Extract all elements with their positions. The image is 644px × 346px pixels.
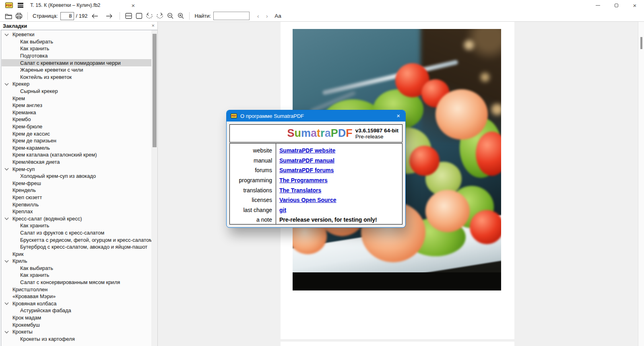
bookmark-item[interactable]: Салат из фруктов с кресс-салатом <box>2 229 151 237</box>
bookmark-item[interactable]: Салат с консервированным мясом криля <box>2 279 151 286</box>
find-next-icon[interactable]: › <box>262 12 271 19</box>
bookmark-item[interactable]: Крекер <box>2 80 151 88</box>
about-link[interactable]: Various Open Source <box>279 197 336 203</box>
bookmark-item[interactable]: Крокеты из картофеля <box>2 336 151 343</box>
bookmark-item[interactable]: Подготовка <box>2 52 151 60</box>
photo-blob <box>436 89 488 140</box>
previous-page-button[interactable] <box>89 11 100 21</box>
bookmark-item[interactable]: «Кровавая Мэри» <box>2 293 151 300</box>
dialog-close-icon[interactable]: × <box>396 112 400 119</box>
bookmark-item[interactable]: Креплах <box>2 208 151 215</box>
bookmark-item[interactable]: Как хранить <box>2 272 151 279</box>
bookmark-item[interactable]: Как выбирать <box>2 265 151 272</box>
bookmark-item[interactable]: Крем каталана (каталонский крем) <box>2 151 151 159</box>
about-link[interactable]: SumatraPDF website <box>279 147 335 154</box>
zoom-in-button[interactable] <box>175 11 186 21</box>
bookmark-item[interactable]: Бутерброд с кресс-салатом, авокадо и яйц… <box>2 243 151 251</box>
bookmark-item[interactable]: Креп сюзетт <box>2 194 151 201</box>
about-link[interactable]: The Translators <box>279 187 321 194</box>
zoom-out-button[interactable] <box>165 11 175 21</box>
open-file-button[interactable] <box>3 11 14 21</box>
chevron-down-icon[interactable] <box>5 329 9 333</box>
bookmark-item[interactable]: Крок мадам <box>2 314 151 321</box>
close-button[interactable]: × <box>625 0 644 10</box>
about-link[interactable]: SumatraPDF forums <box>279 167 334 173</box>
logo-letter: D <box>338 127 346 139</box>
bookmark-item[interactable]: Крем де кассис <box>2 130 151 137</box>
bookmark-item[interactable]: Как хранить <box>2 222 151 229</box>
bookmark-item[interactable]: Астурийская фабада <box>2 307 151 314</box>
rotate-right-button[interactable] <box>155 11 165 21</box>
bookmark-label: Креветки <box>12 31 35 37</box>
bookmark-item[interactable]: Крем-брюле <box>2 123 151 130</box>
version-block: v3.6.15987 64-bit Pre-release <box>355 128 398 140</box>
next-page-top-edge <box>281 342 514 346</box>
titlebar: PDF Т. 15. К (Креветки – Кулич).fb2 × × <box>0 0 644 10</box>
fit-page-icon <box>135 12 143 19</box>
bookmark-item[interactable]: Крокеты <box>2 328 151 336</box>
bookmark-item[interactable]: Крембо <box>2 116 151 123</box>
bookmark-label: Астурийская фабада <box>20 307 71 313</box>
bookmark-item[interactable]: Крик <box>2 250 151 257</box>
bookmark-item[interactable]: Крем англез <box>2 102 151 109</box>
bookmark-item[interactable]: Жареные креветки с чили <box>2 66 151 74</box>
bookmark-item[interactable]: Крем-фреш <box>2 179 151 187</box>
match-case-toggle[interactable]: Aa <box>275 13 281 19</box>
about-link[interactable]: git <box>279 207 286 213</box>
chevron-down-icon[interactable] <box>5 301 9 305</box>
sidebar-scrollbar-thumb[interactable] <box>153 34 157 147</box>
restore-button[interactable] <box>607 0 625 10</box>
chevron-down-icon[interactable] <box>5 216 9 220</box>
about-link[interactable]: SumatraPDF manual <box>279 157 334 164</box>
find-previous-icon[interactable]: ‹ <box>254 12 262 19</box>
single-page-view-button[interactable] <box>134 11 144 21</box>
bookmark-item[interactable]: Крем-суп <box>2 165 151 173</box>
tab-close-icon[interactable]: × <box>130 2 137 9</box>
bookmark-label: Крокеты из картофеля <box>20 336 75 342</box>
toolbar-separator <box>189 12 190 20</box>
toolbar-separator <box>27 12 28 20</box>
about-link[interactable]: The Programmers <box>279 177 328 183</box>
chevron-down-icon[interactable] <box>5 167 9 171</box>
bookmark-item[interactable]: Крем де паризьен <box>2 137 151 144</box>
sidebar-close-icon[interactable]: × <box>151 23 155 29</box>
bookmark-item[interactable]: Холодный крем-суп из авокадо <box>2 173 151 180</box>
about-row-label: programming <box>239 177 272 183</box>
page-number-input[interactable] <box>60 12 74 20</box>
dialog-titlebar[interactable]: PDF О программе SumatraPDF × <box>227 110 405 122</box>
bookmark-item[interactable]: Кристштоллен <box>2 286 151 293</box>
bookmark-item[interactable]: Кресс-салат (водяной кресс) <box>2 215 151 222</box>
bookmark-item[interactable]: Крепвилль <box>2 201 151 208</box>
logo-box: SumatraPDF v3.6.15987 64-bit Pre-release <box>229 124 402 142</box>
print-button[interactable] <box>14 11 24 21</box>
bookmark-label: Креп сюзетт <box>12 194 42 200</box>
continuous-view-button[interactable] <box>123 11 134 21</box>
bookmark-item[interactable]: Как выбирать <box>2 38 151 45</box>
bookmark-item[interactable]: Кремлёвская диета <box>2 159 151 166</box>
bookmark-item[interactable]: Сырный крекер <box>2 88 151 95</box>
chevron-down-icon[interactable] <box>5 82 9 86</box>
bookmark-item[interactable]: Креветки <box>2 31 151 38</box>
bookmark-item[interactable]: Кровяная колбаса <box>2 300 151 307</box>
bookmark-item[interactable]: Криль <box>2 257 151 265</box>
main-scrollbar[interactable] <box>638 22 644 346</box>
rotate-left-button[interactable] <box>144 11 155 21</box>
bookmark-item[interactable]: Креманка <box>2 109 151 116</box>
bookmark-item[interactable]: Брускетта с редисом, фетой, огурцом и кр… <box>2 236 151 243</box>
bookmark-item[interactable]: Салат с креветками и помидорами черри <box>2 59 151 66</box>
chevron-down-icon[interactable] <box>5 258 9 262</box>
sidebar-scrollbar[interactable] <box>151 30 157 346</box>
document-tab[interactable]: Т. 15. К (Креветки – Кулич).fb2 <box>30 2 100 8</box>
bookmark-item[interactable]: Коктейль из креветок <box>2 74 151 81</box>
menu-hamburger-icon[interactable] <box>18 3 23 8</box>
minimize-button[interactable] <box>588 0 607 10</box>
bookmark-item[interactable]: Крендель <box>2 187 151 194</box>
chevron-down-icon[interactable] <box>5 32 9 36</box>
next-page-button[interactable] <box>104 11 114 21</box>
find-input[interactable] <box>213 12 250 20</box>
main-scrollbar-thumb[interactable] <box>640 37 642 49</box>
bookmark-item[interactable]: Как хранить <box>2 45 151 52</box>
bookmark-item[interactable]: Крем-карамель <box>2 144 151 152</box>
bookmark-item[interactable]: Крем <box>2 95 151 102</box>
bookmark-item[interactable]: Крокембуш <box>2 321 151 328</box>
